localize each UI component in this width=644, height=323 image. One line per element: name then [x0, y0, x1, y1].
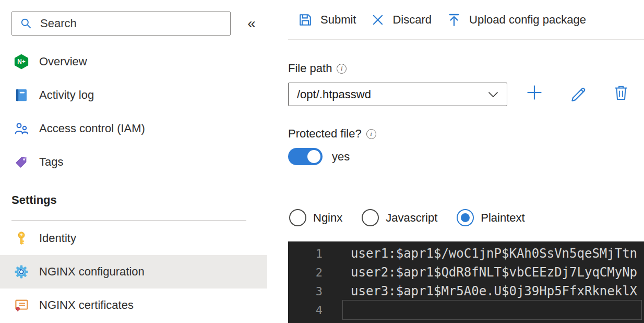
line-number: 3 [288, 285, 323, 298]
sidebar-divider [11, 220, 246, 221]
delete-file-button[interactable] [610, 81, 633, 104]
sidebar-item-label: Access control (IAM) [39, 122, 145, 135]
certificate-icon [14, 297, 29, 313]
radio-circle [289, 209, 306, 226]
plus-icon [524, 83, 544, 102]
radio-option-javascript[interactable]: Javascript [362, 209, 437, 226]
search-input[interactable] [39, 16, 230, 31]
editor-line[interactable]: 1 user1:$apr1$/woC1jnP$KAh0SsVn5qeSMjTtn [288, 244, 644, 263]
protected-file-toggle[interactable] [288, 148, 323, 165]
main-content: Submit Discard Upload config package Fil… [288, 0, 644, 323]
sidebar: « N+ Overview Activity log [0, 0, 267, 323]
close-icon [371, 13, 385, 27]
info-icon[interactable]: i [337, 64, 347, 74]
radio-dot [461, 213, 470, 222]
edit-file-button[interactable] [567, 81, 590, 104]
editor-active-line-box [342, 300, 642, 320]
line-content: user3:$apr1$Mr5A0e.U$0j39Hp5FfxRkneklX [351, 284, 637, 298]
radio-label: Javascript [386, 211, 437, 225]
sidebar-item-nginx-certificates[interactable]: NGINX certificates [0, 289, 267, 322]
search-icon [19, 17, 33, 30]
activity-log-icon [14, 87, 29, 103]
radio-label: Plaintext [481, 211, 524, 225]
line-content: user1:$apr1$/woC1jnP$KAh0SsVn5qeSMjTtn [351, 246, 637, 261]
protected-file-label: Protected file? [288, 127, 362, 141]
submit-button[interactable]: Submit [297, 12, 356, 28]
key-icon [14, 230, 29, 246]
sidebar-item-label: NGINX certificates [39, 298, 134, 312]
submit-label: Submit [320, 13, 356, 27]
info-icon[interactable]: i [366, 129, 376, 139]
svg-text:N+: N+ [17, 58, 26, 65]
radio-option-nginx[interactable]: Nginx [289, 209, 342, 226]
tag-icon [14, 154, 29, 170]
sidebar-item-activity-log[interactable]: Activity log [0, 78, 267, 112]
sidebar-item-access-control[interactable]: Access control (IAM) [0, 112, 267, 145]
sidebar-item-label: Identity [39, 232, 76, 245]
command-bar: Submit Discard Upload config package [288, 0, 644, 40]
protected-file-toggle-row: yes [288, 148, 350, 165]
line-number: 2 [288, 266, 323, 279]
sidebar-item-label: Overview [39, 55, 87, 68]
sidebar-item-label: Tags [39, 155, 63, 169]
add-file-button[interactable] [523, 81, 546, 104]
sidebar-nav-general: N+ Overview Activity log [0, 45, 267, 179]
sidebar-item-overview[interactable]: N+ Overview [0, 45, 267, 78]
save-icon [297, 12, 313, 28]
chevron-down-icon [488, 91, 498, 98]
protected-file-label-row: Protected file? i [288, 127, 376, 141]
sidebar-collapse-button[interactable]: « [242, 14, 261, 33]
sidebar-item-nginx-configuration[interactable]: NGINX configuration [0, 255, 267, 289]
line-number: 1 [288, 247, 323, 260]
radio-label: Nginx [313, 211, 342, 225]
toggle-knob [307, 150, 320, 163]
toggle-state-label: yes [332, 150, 350, 164]
nginx-configuration-page: « N+ Overview Activity log [0, 0, 644, 323]
sidebar-item-tags[interactable]: Tags [0, 145, 267, 179]
upload-icon [446, 12, 462, 28]
file-path-dropdown[interactable]: /opt/.htpasswd [288, 83, 507, 106]
upload-label: Upload config package [469, 13, 586, 27]
gear-icon [14, 264, 29, 280]
sidebar-search[interactable] [11, 11, 231, 36]
trash-icon [612, 84, 630, 101]
sidebar-item-identity[interactable]: Identity [0, 222, 267, 255]
discard-button[interactable]: Discard [371, 13, 432, 27]
syntax-radio-group: Nginx Javascript Plaintext [289, 209, 525, 226]
config-file-editor[interactable]: 1 user1:$apr1$/woC1jnP$KAh0SsVn5qeSMjTtn… [288, 241, 644, 323]
file-path-label: File path [288, 62, 332, 75]
radio-circle [457, 209, 474, 226]
line-content: user2:$apr1$QdR8fNLT$vbCEEzDj7LyqCMyNp [351, 265, 637, 280]
sidebar-item-label: NGINX configuration [39, 265, 145, 279]
radio-option-plaintext[interactable]: Plaintext [457, 209, 524, 226]
radio-circle [362, 209, 379, 226]
line-number: 4 [288, 304, 323, 317]
nginx-logo-icon: N+ [14, 54, 29, 70]
file-path-label-row: File path i [288, 62, 347, 75]
sidebar-settings-header: Settings [11, 193, 57, 207]
editor-line[interactable]: 2 user2:$apr1$QdR8fNLT$vbCEEzDj7LyqCMyNp [288, 263, 644, 282]
sidebar-item-label: Activity log [39, 88, 94, 102]
file-path-value: /opt/.htpasswd [297, 88, 488, 101]
discard-label: Discard [392, 13, 432, 27]
upload-config-package-button[interactable]: Upload config package [446, 12, 586, 28]
editor-line[interactable]: 3 user3:$apr1$Mr5A0e.U$0j39Hp5FfxRkneklX [288, 282, 644, 301]
people-icon [14, 121, 29, 136]
sidebar-nav-settings: Identity [0, 222, 267, 322]
pencil-icon [569, 83, 588, 102]
